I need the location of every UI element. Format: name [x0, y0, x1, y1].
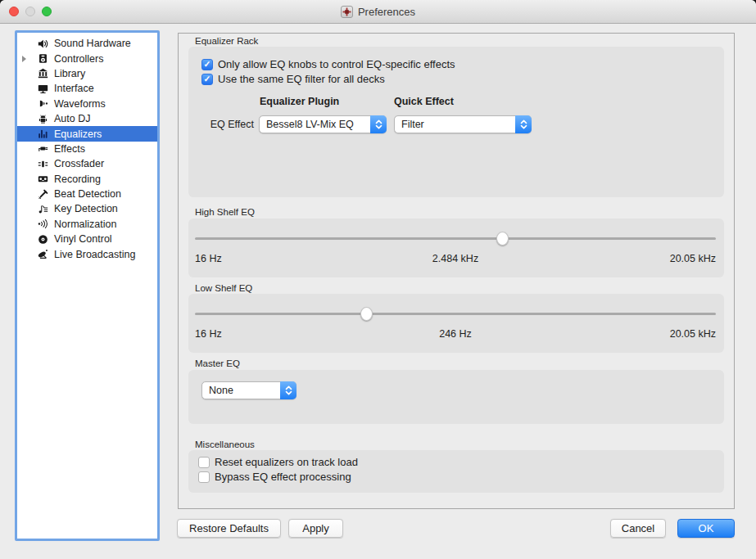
- sidebar-item-label: Live Broadcasting: [54, 249, 135, 260]
- equalizer-plugin-value: Bessel8 LV-Mix EQ: [260, 116, 386, 133]
- sidebar-item-label: Auto DJ: [54, 113, 90, 124]
- same-filter-checkbox[interactable]: ✓: [201, 74, 213, 85]
- low-shelf-eq-group: 16 Hz 246 Hz 20.05 kHz: [188, 294, 724, 353]
- sidebar-item-live-broadcasting[interactable]: Live Broadcasting: [17, 246, 157, 261]
- sidebar-item-key-detection[interactable]: Key Detection: [17, 201, 157, 216]
- eq-knobs-checkbox[interactable]: ✓: [201, 59, 213, 70]
- sidebar-item-effects[interactable]: Effects: [17, 142, 157, 156]
- quick-effect-header: Quick Effect: [394, 96, 454, 107]
- sidebar-item-normalization[interactable]: Normalization: [17, 217, 157, 232]
- disclosure-triangle-icon[interactable]: [22, 56, 26, 62]
- miscellaneous-title: Miscellaneous: [195, 440, 255, 449]
- sidebar-item-crossfader[interactable]: Crossfader: [17, 156, 157, 171]
- same-filter-checkbox-row: ✓ Use the same EQ filter for all decks: [201, 72, 385, 86]
- titlebar[interactable]: Preferences: [0, 0, 756, 24]
- dropdown-stepper-icon: [370, 115, 387, 133]
- preferences-window: Preferences Sound Hardware Controllers L…: [0, 0, 756, 559]
- sidebar-item-recording[interactable]: Recording: [17, 172, 157, 187]
- sidebar-item-label: Controllers: [54, 53, 103, 65]
- bypass-eq-checkbox-row: ✓ Bypass EQ effect processing: [198, 470, 351, 484]
- sidebar-item-label: Normalization: [54, 219, 116, 230]
- preferences-sidebar: Sound Hardware Controllers Library Inter…: [15, 30, 160, 541]
- reset-eq-checkbox-row: ✓ Reset equalizers on track load: [198, 455, 358, 469]
- sidebar-item-vinyl-control[interactable]: Vinyl Control: [17, 232, 157, 246]
- ok-button[interactable]: OK: [677, 519, 735, 538]
- app-icon: [341, 6, 353, 18]
- equalizers-settings-panel: Equalizer Rack ✓ Only allow EQ knobs to …: [178, 33, 735, 509]
- quick-effect-value: Filter: [395, 116, 531, 133]
- high-shelf-slider[interactable]: [195, 231, 716, 246]
- current-frequency-label: 2.484 kHz: [195, 253, 716, 264]
- monitor-icon: [37, 83, 49, 94]
- sound-waves-icon: [37, 219, 49, 230]
- dropdown-stepper-icon: [515, 115, 532, 133]
- reset-eq-checkbox-label: Reset equalizers on track load: [215, 456, 358, 468]
- sidebar-item-beat-detection[interactable]: Beat Detection: [17, 187, 157, 201]
- hammer-icon: [37, 188, 49, 200]
- waveform-icon: [37, 98, 49, 110]
- eq-knobs-checkbox-row: ✓ Only allow EQ knobs to control EQ-spec…: [201, 57, 455, 71]
- master-eq-group: None: [188, 370, 724, 424]
- eq-effect-label: EQ Effect: [205, 119, 254, 130]
- eq-knobs-checkbox-label: Only allow EQ knobs to control EQ-specif…: [218, 58, 455, 70]
- speaker-icon: [37, 38, 49, 49]
- sidebar-item-label: Vinyl Control: [54, 233, 112, 245]
- quick-effect-dropdown[interactable]: Filter: [394, 115, 532, 133]
- satellite-icon: [37, 249, 49, 260]
- cancel-button[interactable]: Cancel: [610, 519, 666, 538]
- max-frequency-label: 20.05 kHz: [670, 328, 716, 340]
- robot-icon: [37, 113, 49, 124]
- max-frequency-label: 20.05 kHz: [670, 253, 716, 264]
- same-filter-checkbox-label: Use the same EQ filter for all decks: [218, 73, 385, 85]
- sidebar-item-label: Recording: [54, 174, 101, 185]
- sidebar-item-label: Waveforms: [54, 98, 106, 110]
- window-title: Preferences: [358, 6, 415, 18]
- recorder-icon: [37, 174, 49, 185]
- apply-button[interactable]: Apply: [288, 519, 343, 538]
- sidebar-item-sound-hardware[interactable]: Sound Hardware: [17, 36, 157, 51]
- slider-track[interactable]: [195, 237, 716, 240]
- sidebar-item-label: Effects: [54, 143, 85, 155]
- equalizer-rack-group: ✓ Only allow EQ knobs to control EQ-spec…: [188, 47, 724, 197]
- sidebar-item-label: Sound Hardware: [54, 38, 131, 49]
- high-shelf-eq-group: 16 Hz 2.484 kHz 20.05 kHz: [188, 219, 724, 277]
- check-icon: ✓: [204, 74, 211, 83]
- equalizer-rack-title: Equalizer Rack: [195, 36, 258, 46]
- sidebar-item-waveforms[interactable]: Waveforms: [17, 97, 157, 111]
- dropdown-stepper-icon: [280, 381, 297, 399]
- check-icon: ✓: [204, 60, 211, 69]
- low-shelf-slider-handle[interactable]: [360, 307, 373, 321]
- sidebar-item-label: Key Detection: [54, 203, 118, 214]
- slider-track[interactable]: [195, 313, 716, 315]
- master-eq-title: Master EQ: [195, 358, 240, 368]
- sidebar-item-label: Equalizers: [54, 128, 102, 140]
- bypass-eq-checkbox[interactable]: ✓: [198, 471, 210, 483]
- restore-defaults-button[interactable]: Restore Defaults: [177, 519, 281, 538]
- library-icon: [37, 68, 49, 79]
- sidebar-item-auto-dj[interactable]: Auto DJ: [17, 111, 157, 126]
- crossfader-icon: [37, 158, 49, 169]
- current-frequency-label: 246 Hz: [195, 328, 716, 340]
- titlebar-center: Preferences: [0, 0, 756, 23]
- master-eq-dropdown[interactable]: None: [201, 381, 297, 399]
- sidebar-item-library[interactable]: Library: [17, 66, 157, 81]
- music-note-icon: [37, 203, 49, 214]
- reset-eq-checkbox[interactable]: ✓: [198, 457, 210, 468]
- sidebar-item-equalizers[interactable]: Equalizers: [17, 126, 157, 141]
- sidebar-item-controllers[interactable]: Controllers: [17, 51, 157, 65]
- low-shelf-slider[interactable]: [195, 306, 716, 321]
- high-shelf-slider-handle[interactable]: [496, 232, 509, 246]
- equalizer-plugin-header: Equalizer Plugin: [260, 96, 339, 107]
- sidebar-item-label: Crossfader: [54, 158, 104, 169]
- controller-icon: [37, 53, 49, 65]
- bypass-eq-checkbox-label: Bypass EQ effect processing: [215, 471, 351, 483]
- sidebar-item-label: Library: [54, 68, 85, 79]
- plug-icon: [37, 143, 49, 155]
- vinyl-icon: [37, 233, 49, 245]
- equalizer-plugin-dropdown[interactable]: Bessel8 LV-Mix EQ: [259, 115, 387, 133]
- sidebar-item-interface[interactable]: Interface: [17, 81, 157, 96]
- high-shelf-eq-title: High Shelf EQ: [195, 207, 255, 217]
- miscellaneous-group: ✓ Reset equalizers on track load ✓ Bypas…: [188, 450, 724, 493]
- low-shelf-eq-title: Low Shelf EQ: [195, 283, 252, 293]
- equalizer-bars-icon: [37, 128, 49, 140]
